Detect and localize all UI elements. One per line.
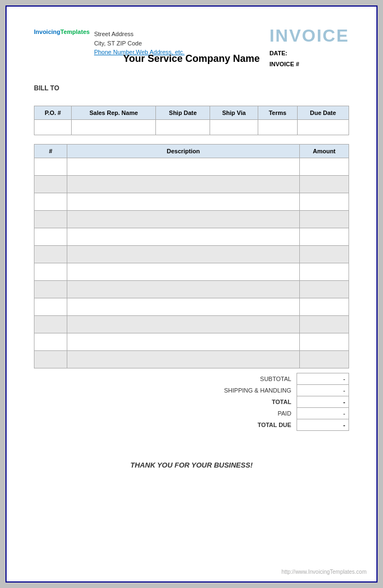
item-desc [67,210,300,228]
info-row [34,119,349,135]
item-num [34,193,67,210]
cell-due-date [297,119,349,135]
cell-po [34,119,72,135]
footer-url: http://www.InvoicingTemplates.com [281,569,367,575]
item-row [34,333,349,350]
item-desc [67,280,300,298]
subtotal-label: SUBTOTAL [207,373,297,384]
paid-label: PAID [207,407,297,419]
item-row [34,263,349,280]
item-row [34,350,349,368]
total-due-label: TOTAL DUE [207,419,297,430]
logo-text: InvoicingTemplates [34,28,90,35]
col-due-date: Due Date [297,106,349,119]
item-num [34,350,67,368]
thank-you: THANK YOU FOR YOUR BUSINESS! [34,461,349,469]
invoice-num-label: INVOICE # [269,61,299,67]
item-desc [67,158,300,175]
item-row [34,228,349,245]
item-row [34,315,349,333]
item-row [34,298,349,315]
item-num [34,228,67,245]
totals-section: SUBTOTAL - SHIPPING & HANDLING - TOTAL -… [34,373,349,431]
totals-table: SUBTOTAL - SHIPPING & HANDLING - TOTAL -… [207,373,349,431]
item-row [34,245,349,263]
paid-value: - [297,407,349,419]
item-amount [300,333,349,350]
total-label: TOTAL [207,396,297,407]
item-num [34,315,67,333]
item-num [34,175,67,193]
info-table: P.O. # Sales Rep. Name Ship Date Ship Vi… [34,106,349,135]
items-table: # Description Amount [34,144,349,368]
item-desc [67,245,300,263]
total-value: - [297,396,349,407]
invoice-num-row: INVOICE # [269,59,349,70]
cell-ship-date [156,119,210,135]
item-desc [67,263,300,280]
item-amount [300,193,349,210]
col-desc: Description [67,144,300,158]
item-amount [300,350,349,368]
col-num: # [34,144,67,158]
item-row [34,210,349,228]
item-row [34,193,349,210]
total-due-value: - [297,419,349,430]
item-desc [67,175,300,193]
cell-ship-via [210,119,258,135]
item-row [34,280,349,298]
item-num [34,333,67,350]
item-num [34,263,67,280]
item-amount [300,158,349,175]
item-desc [67,228,300,245]
subtotal-row: SUBTOTAL - [207,373,349,384]
item-num [34,245,67,263]
col-po: P.O. # [34,106,72,119]
logo-block: InvoicingTemplates [34,28,90,35]
item-desc [67,350,300,368]
date-label: DATE: [269,50,287,56]
invoice-page: InvoicingTemplates Street Address City, … [5,5,378,583]
paid-row: PAID - [207,407,349,419]
item-row [34,158,349,175]
item-amount [300,263,349,280]
date-row: DATE: [269,48,349,59]
item-desc [67,193,300,210]
col-ship-date: Ship Date [156,106,210,119]
col-terms: Terms [258,106,297,119]
item-amount [300,245,349,263]
item-num [34,158,67,175]
item-num [34,280,67,298]
shipping-row: SHIPPING & HANDLING - [207,384,349,396]
address-line2: City, ST ZIP Code [94,39,185,48]
col-sales-rep: Sales Rep. Name [72,106,156,119]
header-section: InvoicingTemplates Street Address City, … [34,28,349,57]
logo-invoicing: Invoicing [34,28,60,35]
logo-templates: Templates [60,28,90,35]
address-line1: Street Address [94,30,185,39]
item-amount [300,315,349,333]
right-header: INVOICE DATE: INVOICE # [269,28,349,70]
cell-sales-rep [72,119,156,135]
col-amount: Amount [300,144,349,158]
item-amount [300,175,349,193]
bill-to-section: BILL TO [34,84,349,92]
company-name: Your Service Company Name [123,53,260,65]
col-ship-via: Ship Via [210,106,258,119]
invoice-title: INVOICE [269,26,349,46]
item-desc [67,315,300,333]
total-due-row: TOTAL DUE - [207,419,349,430]
item-desc [67,333,300,350]
item-num [34,210,67,228]
cell-terms [258,119,297,135]
item-amount [300,280,349,298]
item-num [34,298,67,315]
shipping-label: SHIPPING & HANDLING [207,384,297,396]
shipping-value: - [297,384,349,396]
subtotal-value: - [297,373,349,384]
item-desc [67,298,300,315]
item-amount [300,298,349,315]
item-row [34,175,349,193]
bill-to-label: BILL TO [34,84,349,92]
item-amount [300,210,349,228]
